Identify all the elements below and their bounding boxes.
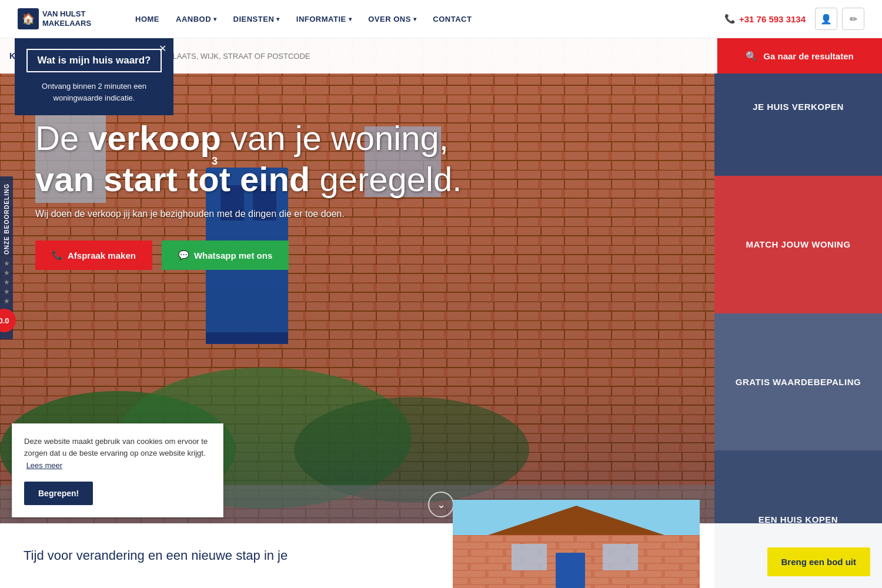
hero-content: De verkoop van je woning, van start tot … [35,118,547,270]
logo-text: VAN HULSTMAKELAARS [42,9,91,28]
right-panel: JE HUIS VERKOPEN MATCH JOUW WONING GRATI… [714,38,882,588]
cookie-banner: Deze website maakt gebruik van cookies o… [12,423,223,517]
nav-aanbod[interactable]: AANBOD ▾ [176,15,217,24]
house-thumbnail [453,500,700,588]
nav-links: HOME AANBOD ▾ DIENSTEN ▾ INFORMATIE ▾ OV… [123,15,724,24]
chevron-down-icon: ▾ [349,16,352,22]
hero-buttons: 📞 Afspraak maken 💬 Whatsapp met ons [35,240,547,270]
widget-title: Wat is mijn huis waard? [26,49,162,72]
bottom-text: Tijd voor verandering en een nieuwe stap… [24,548,288,563]
location-search-wrap [112,38,717,74]
scroll-down-button[interactable]: ⌄ [428,492,454,517]
nav-over-ons[interactable]: OVER ONS ▾ [368,15,416,24]
hero-title: De verkoop van je woning, van start tot … [35,118,547,199]
navigation: 🏠 VAN HULSTMAKELAARS HOME AANBOD ▾ DIENS… [0,0,882,38]
panel-free-valuation[interactable]: GRATIS WAARDEBEPALING [714,313,882,451]
star-rating: ★ ★ ★ ★ ★ [4,259,10,305]
house-value-widget: ✕ Wat is mijn huis waard? Ontvang binnen… [15,38,173,115]
cookie-learn-more[interactable]: Lees meer [26,461,62,470]
svg-rect-34 [512,544,547,570]
search-input[interactable] [121,52,707,61]
star-1: ★ [4,259,10,268]
bottom-strip: Tijd voor verandering en een nieuwe stap… [0,523,882,588]
star-5: ★ [4,297,10,305]
calendar-icon: 📞 [52,250,63,260]
chevron-down-icon: ⌄ [437,498,446,511]
logo-icon: 🏠 [18,8,39,29]
nav-diensten[interactable]: DIENSTEN ▾ [233,15,280,24]
search-button[interactable]: 🔍 Ga naar de resultaten [717,38,882,74]
search-icon: 🔍 [746,51,757,62]
hero-subtitle: Wij doen de verkoop jij kan je bezighoud… [35,209,547,219]
chevron-down-icon: ▾ [276,16,280,22]
pencil-icon: ✏ [850,14,857,25]
phone-number[interactable]: 📞 +31 76 593 3134 [724,14,806,24]
svg-rect-36 [556,553,585,588]
phone-icon: 📞 [724,14,736,24]
user-icon-button[interactable]: 👤 [815,8,837,30]
rating-label: Onze beoordeling [4,183,10,255]
bottom-house-image [453,500,700,588]
nav-icons: 👤 ✏ [815,8,864,30]
user-icon: 👤 [820,14,832,25]
afspraak-button[interactable]: 📞 Afspraak maken [35,240,152,270]
nav-informatie[interactable]: INFORMATIE ▾ [296,15,352,24]
chevron-down-icon: ▾ [213,16,217,22]
whatsapp-icon: 💬 [178,250,189,260]
bid-button[interactable]: Breng een bod uit [767,547,871,576]
cookie-accept-button[interactable]: Begrepen! [24,482,93,505]
nav-contact[interactable]: CONTACT [433,15,472,24]
star-2: ★ [4,269,10,277]
star-4: ★ [4,288,10,296]
chevron-down-icon: ▾ [413,16,417,22]
logo[interactable]: 🏠 VAN HULSTMAKELAARS [18,7,123,31]
nav-home[interactable]: HOME [135,15,159,24]
side-rating[interactable]: Onze beoordeling ★ ★ ★ ★ ★ 0.0 [0,176,13,339]
svg-rect-35 [603,544,638,570]
edit-icon-button[interactable]: ✏ [842,8,864,30]
whatsapp-button[interactable]: 💬 Whatsapp met ons [162,240,289,270]
cookie-text: Deze website maakt gebruik van cookies o… [24,436,211,472]
star-3: ★ [4,278,10,286]
widget-subtitle: Ontvang binnen 2 minuten een woningwaard… [26,81,162,103]
panel-match-home[interactable]: MATCH JOUW WONING [714,176,882,313]
widget-close-button[interactable]: ✕ [159,43,166,54]
